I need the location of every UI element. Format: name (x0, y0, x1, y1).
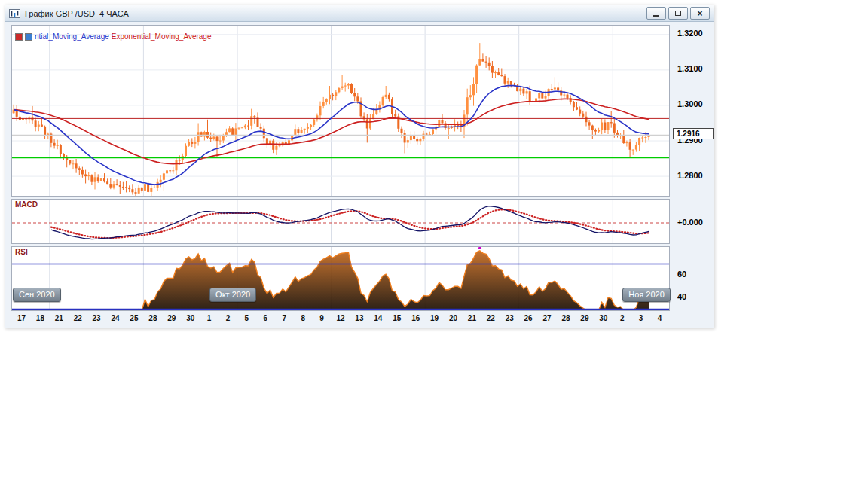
time-axis-label: 28 (145, 314, 160, 322)
minimize-button[interactable] (646, 7, 666, 20)
macd-chart-canvas[interactable] (12, 200, 669, 243)
time-axis-label: 12 (333, 314, 348, 322)
rsi-chart-canvas[interactable] (12, 247, 669, 310)
price-tick-label: 1.2800 (677, 171, 703, 180)
time-axis-label: 2 (615, 314, 630, 322)
time-axis-label: 8 (295, 314, 310, 322)
macd-panel[interactable] (11, 199, 670, 244)
window-title: График GBP /USD 4 ЧАСА (25, 9, 129, 18)
month-badge-nov[interactable]: Ноя 2020 (622, 288, 671, 302)
blue-square-button[interactable] (25, 33, 32, 41)
time-axis-label: 3 (634, 314, 649, 322)
time-axis-label: 23 (89, 314, 104, 322)
candlestick-chart-icon (9, 9, 20, 18)
title-bar[interactable]: График GBP /USD 4 ЧАСА × (5, 5, 714, 22)
time-axis-label: 2 (221, 314, 236, 322)
ema-legend-label: Exponential_Moving_Average (112, 32, 212, 41)
chart-window: График GBP /USD 4 ЧАСА × ntial_Moving_Av… (5, 5, 714, 328)
rsi-axis-label-40: 40 (677, 292, 686, 301)
month-badge-sep[interactable]: Сен 2020 (13, 288, 61, 302)
time-axis-label: 26 (521, 314, 536, 322)
current-price-tag: 1.2916 (673, 128, 714, 139)
time-axis-label: 21 (464, 314, 479, 322)
time-axis-label: 27 (539, 314, 555, 322)
time-axis-label: 1 (202, 314, 217, 322)
time-axis-label: 9 (314, 314, 329, 322)
time-axis-label: 25 (127, 314, 142, 322)
rsi-panel[interactable] (11, 246, 670, 311)
price-tick-label: 1.3000 (677, 99, 703, 108)
time-axis-label: 14 (371, 314, 386, 322)
time-axis-label: 30 (596, 314, 611, 322)
time-axis-label: 28 (558, 314, 573, 322)
time-axis-label: 4 (653, 314, 668, 322)
macd-label: MACD (15, 200, 38, 209)
time-axis-label: 29 (164, 314, 179, 322)
rsi-label: RSI (15, 248, 28, 256)
time-axis-label: 20 (446, 314, 461, 322)
time-axis-label: 24 (108, 314, 123, 322)
time-axis-label: 30 (183, 314, 198, 322)
close-icon: × (697, 9, 702, 18)
maximize-button[interactable] (668, 7, 688, 20)
time-axis-label: 7 (277, 314, 292, 322)
time-axis-label: 22 (70, 314, 85, 322)
price-chart-canvas[interactable] (12, 26, 669, 196)
window-controls: × (646, 7, 710, 20)
time-axis-label: 15 (390, 314, 405, 322)
maximize-icon (675, 11, 681, 16)
time-axis-label: 18 (32, 314, 47, 322)
minimize-icon (653, 15, 659, 17)
chart-area: ntial_Moving_Average Exponential_Moving_… (11, 25, 714, 326)
time-axis-label: 13 (352, 314, 367, 322)
time-axis-label: 6 (258, 314, 273, 322)
time-axis[interactable]: 1718212223242528293012567891213141516192… (12, 313, 671, 325)
red-square-button[interactable] (15, 33, 23, 41)
ema-legend-label-truncated: ntial_Moving_Average (35, 32, 109, 41)
rsi-axis-label-60: 60 (677, 270, 686, 279)
price-tick-label: 1.3100 (677, 64, 703, 73)
time-axis-label: 23 (502, 314, 517, 322)
price-tick-label: 1.3200 (677, 29, 703, 38)
time-axis-label: 22 (483, 314, 498, 322)
time-axis-label: 29 (577, 314, 592, 322)
price-panel[interactable] (11, 25, 670, 197)
close-button[interactable]: × (690, 7, 710, 20)
price-axis[interactable]: 1.2916 +0.000 60 40 1.32001.31001.30001.… (671, 25, 714, 313)
time-axis-label: 21 (51, 314, 66, 322)
time-axis-label: 19 (427, 314, 442, 322)
macd-zero-label: +0.000 (677, 218, 703, 227)
indicator-legend: ntial_Moving_Average Exponential_Moving_… (15, 32, 211, 41)
time-axis-label: 16 (408, 314, 423, 322)
time-axis-label: 5 (239, 314, 254, 322)
month-badge-oct[interactable]: Окт 2020 (209, 288, 256, 302)
time-axis-label: 17 (14, 314, 29, 322)
